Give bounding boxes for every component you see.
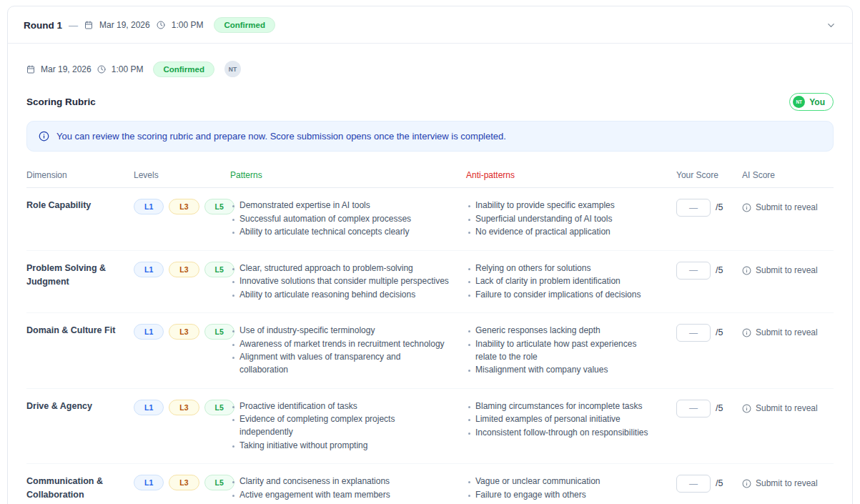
info-icon [742,328,751,337]
round-accordion-header[interactable]: Round 1 — Mar 19, 2026 1:00 PM Confirmed [8,6,852,44]
anti-patterns-item: Misalignment with company values [466,363,659,376]
ai-score-cell: Submit to reveal [742,324,834,377]
score-max: /5 [716,262,723,275]
patterns-item: Active engagement with team members [230,488,449,501]
ai-score-cell: Submit to reveal [742,199,834,239]
levels-group: L1L3L5 [134,324,230,377]
dimension-name: Communication & Collaboration [26,475,134,504]
score-max: /5 [716,475,723,488]
anti-patterns-list: Blaming circumstances for incomplete tas… [466,400,676,453]
ai-score-label: Submit to reveal [756,403,818,413]
anti-patterns-item: Failure to consider implications of deci… [466,288,659,301]
score-input[interactable] [676,199,711,217]
round-time: 1:00 PM [172,20,204,30]
level-badge-l3[interactable]: L3 [169,400,199,415]
patterns-item: Use of industry-specific terminology [230,324,449,337]
table-row: Domain & Culture Fit L1L3L5 Use of indus… [26,313,834,389]
rubric-table: Dimension Levels Patterns Anti-patterns … [26,164,834,504]
you-badge-label: You [809,97,825,107]
patterns-item: Ability to articulate technical concepts… [230,225,449,238]
ai-score-cell: Submit to reveal [742,475,834,504]
avatar: NT [793,96,805,108]
your-score-cell: /5 [676,475,742,504]
patterns-list: Clarity and conciseness in explanationsA… [230,475,466,504]
patterns-list: Proactive identification of tasksEvidenc… [230,400,466,453]
level-badge-l1[interactable]: L1 [134,475,164,490]
info-banner-text: You can review the scoring rubric and pr… [56,131,506,142]
info-icon [742,404,751,413]
anti-patterns-item: Limited examples of personal initiative [466,412,659,425]
round-content: Mar 19, 2026 1:00 PM Confirmed NT Scorin… [8,44,852,504]
anti-patterns-item: Inability to adapt messaging based on th… [466,501,659,504]
table-row: Drive & Agency L1L3L5 Proactive identifi… [26,389,834,465]
anti-patterns-item: Inconsistent follow-through on responsib… [466,426,659,439]
patterns-item: Clarity and conciseness in explanations [230,475,449,488]
score-input[interactable] [676,400,711,417]
dimension-name: Problem Solving & Judgment [26,262,134,302]
rubric-table-header: Dimension Levels Patterns Anti-patterns … [26,164,834,188]
table-row: Problem Solving & Judgment L1L3L5 Clear,… [26,251,834,314]
patterns-item: Innovative solutions that consider multi… [230,275,449,287]
separator: — [69,20,78,31]
level-badge-l1[interactable]: L1 [134,400,164,415]
anti-patterns-item: Inability to articulate how past experie… [466,337,659,363]
patterns-item: Ability to articulate reasoning behind d… [230,288,449,301]
levels-group: L1L3L5 [134,400,230,453]
anti-patterns-list: Vague or unclear communicationFailure to… [466,475,676,504]
anti-patterns-list: Relying on others for solutionsLack of c… [466,262,676,302]
levels-group: L1L3L5 [134,262,230,302]
level-badge-l3[interactable]: L3 [169,324,199,340]
score-input[interactable] [676,262,711,280]
score-input[interactable] [676,324,711,342]
round-card: Round 1 — Mar 19, 2026 1:00 PM Confirmed… [7,6,853,504]
info-icon [39,131,49,142]
anti-patterns-item: Relying on others for solutions [466,262,659,275]
info-icon [742,479,751,488]
anti-patterns-item: Failure to engage with others [466,488,659,501]
meta-date: Mar 19, 2026 [41,64,92,74]
page-title: Scoring Rubric [26,97,96,107]
column-header-anti-patterns: Anti-patterns [466,170,676,180]
level-badge-l1[interactable]: L1 [134,324,164,340]
column-header-patterns: Patterns [230,170,466,180]
patterns-item: Awareness of market trends in recruitmen… [230,337,449,350]
patterns-list: Clear, structured approach to problem-so… [230,262,466,302]
score-max: /5 [716,199,723,212]
anti-patterns-item: Blaming circumstances for incomplete tas… [466,400,659,412]
round-title: Round 1 [24,20,62,31]
level-badge-l3[interactable]: L3 [169,262,199,277]
anti-patterns-item: Inability to provide specific examples [466,199,659,212]
dimension-name: Domain & Culture Fit [26,324,134,377]
anti-patterns-item: Superficial understanding of AI tools [466,212,659,225]
column-header-dimension: Dimension [26,170,134,180]
ai-score-label: Submit to reveal [756,265,818,275]
status-badge: Confirmed [214,17,275,33]
patterns-item: Evidence of completing complex projects … [230,412,449,438]
anti-patterns-item: Vague or unclear communication [466,475,659,488]
level-badge-l3[interactable]: L3 [169,475,199,490]
dimension-name: Role Capability [26,199,134,239]
score-input[interactable] [676,475,711,493]
you-badge[interactable]: NT You [789,93,834,111]
column-header-levels: Levels [134,170,230,180]
schedule-meta-row: Mar 19, 2026 1:00 PM Confirmed NT [21,56,839,77]
anti-patterns-item: Generic responses lacking depth [466,324,659,337]
level-badge-l1[interactable]: L1 [134,262,164,277]
anti-patterns-list: Generic responses lacking depthInability… [466,324,676,377]
meta-time: 1:00 PM [112,64,144,74]
your-score-cell: /5 [676,400,742,453]
chevron-down-icon[interactable] [826,20,836,31]
dimension-name: Drive & Agency [26,400,134,453]
table-row: Communication & Collaboration L1L3L5 Cla… [26,464,834,504]
table-row: Role Capability L1L3L5 Demonstrated expe… [26,188,834,251]
info-icon [742,203,751,212]
anti-patterns-item: No evidence of practical application [466,225,659,238]
level-badge-l3[interactable]: L3 [169,199,199,214]
levels-group: L1L3L5 [134,475,230,504]
clock-icon [157,21,165,29]
score-max: /5 [716,324,723,337]
column-header-your-score: Your Score [676,170,742,180]
patterns-item: Successful automation of complex process… [230,212,449,225]
your-score-cell: /5 [676,324,742,377]
level-badge-l1[interactable]: L1 [134,199,164,214]
